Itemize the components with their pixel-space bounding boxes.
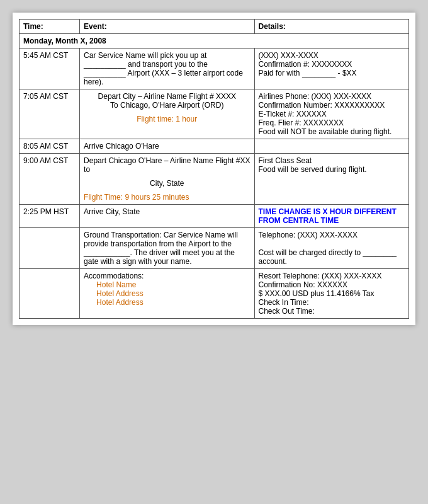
details-cell: Resort Telephone: (XXX) XXX-XXXX Confirm… — [254, 269, 408, 319]
time-cell: 5:45 AM CST — [20, 49, 80, 89]
time-cell: 9:00 AM CST — [20, 154, 80, 205]
details-cell — [254, 139, 408, 154]
time-cell — [20, 269, 80, 319]
table-row: Accommodations: Hotel Name Hotel Address… — [20, 269, 409, 319]
time-cell — [20, 228, 80, 269]
table-header-row: Time: Event: Details: — [20, 20, 409, 34]
event-cell: Ground Transportation: Car Service Name … — [80, 228, 254, 269]
table-row: 2:25 PM HST Arrive City, State TIME CHAN… — [20, 205, 409, 228]
event-cell: Arrive City, State — [80, 205, 254, 228]
details-cell: Airlines Phone: (XXX) XXX-XXXX Confirmat… — [254, 89, 408, 139]
itinerary-table: Time: Event: Details: Monday, Month X, 2… — [19, 19, 409, 319]
event-cell: Depart City – Airline Name Flight # XXXX… — [80, 89, 254, 139]
header-time: Time: — [20, 20, 80, 34]
date-cell: Monday, Month X, 2008 — [20, 34, 409, 49]
table-row: 7:05 AM CST Depart City – Airline Name F… — [20, 89, 409, 139]
page: Time: Event: Details: Monday, Month X, 2… — [13, 13, 415, 325]
event-cell: Accommodations: Hotel Name Hotel Address… — [80, 269, 254, 319]
table-row: Ground Transportation: Car Service Name … — [20, 228, 409, 269]
table-row: 8:05 AM CST Arrive Chicago O'Hare — [20, 139, 409, 154]
header-event: Event: — [80, 20, 254, 34]
event-cell: Car Service Name will pick you up at ___… — [80, 49, 254, 89]
table-row: 9:00 AM CST Depart Chicago O'Hare – Airl… — [20, 154, 409, 205]
time-cell: 2:25 PM HST — [20, 205, 80, 228]
details-cell: Telephone: (XXX) XXX-XXXX Cost will be c… — [254, 228, 408, 269]
time-cell: 7:05 AM CST — [20, 89, 80, 139]
time-cell: 8:05 AM CST — [20, 139, 80, 154]
details-cell: (XXX) XXX-XXXX Confirmation #: XXXXXXXX … — [254, 49, 408, 89]
event-cell: Depart Chicago O'Hare – Airline Name Fli… — [80, 154, 254, 205]
table-row: 5:45 AM CST Car Service Name will pick y… — [20, 49, 409, 89]
date-row: Monday, Month X, 2008 — [20, 34, 409, 49]
header-details: Details: — [254, 20, 408, 34]
event-cell: Arrive Chicago O'Hare — [80, 139, 254, 154]
details-cell-time-change: TIME CHANGE IS X HOUR DIFFERENT FROM CEN… — [254, 205, 408, 228]
details-cell: First Class Seat Food will be served dur… — [254, 154, 408, 205]
